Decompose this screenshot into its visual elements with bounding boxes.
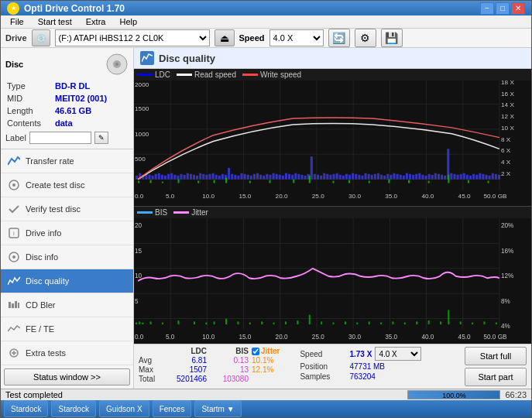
svg-rect-136	[469, 176, 472, 180]
svg-text:20: 20	[135, 221, 142, 230]
sidebar-item-fe-te[interactable]: FE / TE	[1, 317, 133, 341]
svg-text:20.0: 20.0	[276, 332, 288, 341]
svg-rect-10	[12, 303, 14, 308]
svg-rect-153	[249, 181, 251, 183]
taskbar-fences[interactable]: Fences	[153, 400, 192, 417]
progress-text: 100.0%	[408, 391, 499, 400]
svg-rect-160	[388, 180, 390, 183]
disc-quality-header: Disc quality	[134, 48, 531, 69]
svg-rect-135	[466, 175, 469, 180]
svg-rect-228	[392, 321, 393, 324]
speed-stat-select[interactable]: 4.0 X	[375, 347, 421, 361]
status-window-button[interactable]: Status window >>	[4, 368, 130, 385]
taskbar-guidson[interactable]: Guidson X	[99, 400, 149, 417]
svg-rect-218	[273, 323, 275, 324]
eject-button[interactable]: ⏏	[215, 29, 235, 46]
svg-rect-112	[393, 173, 395, 180]
start-part-button[interactable]: Start part	[465, 368, 527, 386]
svg-text:15.0: 15.0	[239, 193, 251, 200]
svg-rect-205	[136, 323, 137, 324]
sidebar-item-disc-quality[interactable]: Disc quality	[1, 269, 133, 293]
jitter-checkbox[interactable]	[252, 348, 259, 355]
sidebar-item-cd-bler[interactable]: CD Bler	[1, 293, 133, 317]
svg-text:10.0: 10.0	[202, 332, 215, 341]
svg-rect-231	[428, 320, 430, 324]
svg-rect-209	[162, 323, 163, 324]
minimize-button[interactable]: −	[480, 2, 494, 15]
drive-select[interactable]: (F:) ATAPI iHBS112 2 CL0K	[55, 29, 210, 46]
svg-rect-190	[134, 218, 531, 344]
taskbar-startm[interactable]: Startm ▼	[194, 400, 241, 417]
svg-rect-45	[180, 174, 183, 180]
ldc-legend-label: LDC	[155, 70, 170, 79]
svg-rect-40	[164, 176, 166, 180]
svg-rect-111	[390, 175, 392, 180]
svg-rect-9	[9, 302, 11, 308]
svg-rect-74	[273, 173, 275, 180]
svg-rect-127	[441, 175, 443, 180]
menu-help[interactable]: Help	[113, 15, 143, 28]
svg-rect-128	[444, 176, 446, 180]
taskbar-stardock-1[interactable]: Stardock	[4, 400, 48, 417]
transfer-rate-label: Transfer rate	[26, 156, 74, 166]
svg-text:4 X: 4 X	[501, 159, 511, 166]
disc-table: Type BD-R DL MID MEIT02 (001) Length 46.…	[5, 79, 129, 130]
svg-rect-130	[450, 173, 452, 180]
svg-rect-36	[152, 176, 154, 180]
menu-start-test[interactable]: Start test	[32, 15, 78, 28]
taskbar-stardock-2[interactable]: Stardock	[51, 400, 95, 417]
svg-rect-46	[184, 175, 186, 180]
disc-quality-icon	[7, 274, 21, 288]
start-full-button[interactable]: Start full	[465, 347, 527, 365]
transfer-rate-icon	[7, 154, 21, 168]
svg-rect-87	[314, 174, 316, 180]
sidebar-item-transfer-rate[interactable]: Transfer rate	[1, 149, 133, 173]
sidebar-item-extra-tests[interactable]: Extra tests	[1, 341, 133, 365]
svg-rect-219	[285, 321, 287, 324]
sidebar-item-disc-info[interactable]: Disc info	[1, 245, 133, 269]
mid-value: MEIT02 (001)	[55, 93, 127, 104]
length-value: 46.61 GB	[55, 105, 127, 116]
svg-text:0.0: 0.0	[135, 193, 144, 200]
maximize-button[interactable]: □	[496, 2, 510, 15]
svg-text:15.0: 15.0	[239, 332, 251, 341]
svg-rect-115	[403, 176, 405, 180]
svg-rect-123	[428, 174, 431, 180]
svg-rect-159	[369, 181, 370, 183]
menu-file[interactable]: File	[4, 15, 30, 28]
svg-rect-114	[400, 175, 402, 180]
svg-rect-139	[479, 173, 481, 180]
menu-extra[interactable]: Extra	[80, 15, 112, 28]
svg-text:14 X: 14 X	[501, 102, 515, 109]
label-input[interactable]	[29, 132, 91, 144]
svg-rect-157	[333, 181, 335, 183]
svg-rect-122	[425, 176, 427, 180]
svg-rect-54	[208, 174, 211, 180]
svg-text:25.0: 25.0	[312, 193, 324, 200]
save-button[interactable]: 💾	[381, 29, 403, 47]
svg-rect-141	[485, 175, 487, 180]
svg-rect-73	[269, 175, 271, 180]
drive-info-icon: i	[7, 226, 21, 240]
close-button[interactable]: ✕	[511, 2, 525, 15]
disc-info-label: Disc info	[26, 252, 58, 262]
label-button[interactable]: ✎	[94, 132, 108, 144]
svg-text:30.0: 30.0	[348, 193, 361, 200]
svg-rect-233	[448, 310, 449, 324]
settings-button[interactable]: ⚙	[355, 29, 376, 47]
svg-rect-66	[247, 175, 249, 180]
ldc-legend-color	[137, 74, 153, 76]
speed-select[interactable]: 4.0 X	[269, 29, 324, 46]
svg-text:12 X: 12 X	[501, 113, 515, 120]
refresh-button[interactable]: 🔄	[328, 29, 350, 47]
sidebar-item-drive-info[interactable]: i Drive info	[1, 221, 133, 245]
svg-text:10: 10	[135, 272, 142, 280]
svg-point-4	[12, 183, 15, 187]
svg-rect-94	[336, 173, 338, 180]
sidebar-item-create-test-disc[interactable]: Create test disc	[1, 173, 133, 197]
svg-rect-70	[259, 175, 262, 180]
app-icon: ★	[7, 2, 19, 15]
sidebar-item-verify-test-disc[interactable]: Verify test disc	[1, 197, 133, 221]
window-title: Opti Drive Control 1.70	[24, 3, 125, 14]
svg-rect-137	[472, 174, 475, 180]
